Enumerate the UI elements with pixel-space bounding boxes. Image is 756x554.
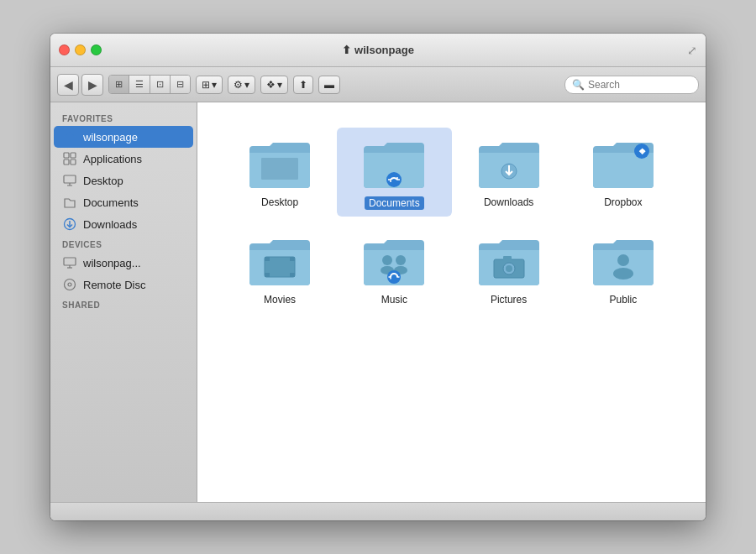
icon-grid: Desktop D [206, 119, 697, 321]
sidebar-item-desktop[interactable]: Desktop [54, 170, 193, 191]
sidebar-label-wilsonpage: wilsonpage [83, 131, 138, 144]
folder-documents[interactable]: Documents [337, 128, 451, 217]
folder-label-public: Public [610, 294, 638, 306]
svg-rect-33 [503, 256, 512, 261]
info-button[interactable]: ▬ [318, 76, 340, 94]
title-icon: ⬆ [342, 44, 351, 56]
folder-label-desktop: Desktop [261, 196, 298, 208]
downloads-folder-icon-wrap [475, 134, 543, 191]
documents-folder-icon [62, 195, 77, 210]
folder-label-downloads: Downloads [484, 196, 533, 208]
svg-rect-2 [64, 159, 69, 165]
view-column-btn[interactable]: ⊡ [150, 76, 171, 93]
dropbox-chevron: ▾ [277, 79, 282, 91]
action-chevron: ▾ [244, 79, 249, 91]
device-icon [62, 255, 77, 270]
applications-icon [62, 151, 77, 166]
sidebar-label-downloads: Downloads [83, 218, 137, 231]
arrange-chevron: ▾ [212, 79, 217, 91]
documents-folder-icon-wrap [360, 134, 428, 191]
arrange-button[interactable]: ⊞ ▾ [196, 76, 223, 94]
downloads-icon [62, 217, 77, 232]
window-controls [59, 44, 102, 55]
svg-text:❖: ❖ [638, 147, 645, 156]
arrange-icon: ⊞ [202, 79, 210, 91]
svg-rect-3 [71, 159, 76, 165]
folder-label-documents: Documents [365, 196, 424, 210]
sidebar-item-device[interactable]: wilsonpag... [54, 252, 193, 274]
close-button[interactable] [59, 44, 70, 55]
movies-folder-icon-wrap [246, 232, 313, 289]
svg-rect-9 [64, 258, 76, 265]
folder-public[interactable]: Public [566, 225, 680, 312]
content-area: Desktop D [197, 102, 706, 502]
folder-music[interactable]: Music [337, 225, 451, 312]
sidebar-item-remote-disc[interactable]: Remote Disc [54, 274, 193, 295]
forward-button[interactable]: ▶ [81, 74, 103, 96]
devices-label: DEVICES [50, 235, 197, 252]
svg-point-12 [65, 280, 76, 290]
svg-point-13 [68, 283, 71, 286]
titlebar: ⬆ wilsonpage ⤢ [50, 34, 706, 67]
folder-label-pictures: Pictures [491, 294, 527, 306]
pictures-folder-icon-wrap [475, 232, 543, 289]
statusbar [50, 502, 706, 520]
svg-rect-21 [265, 257, 270, 261]
svg-rect-22 [290, 257, 295, 261]
view-buttons: ⊞ ☰ ⊡ ⊟ [108, 75, 191, 94]
finder-window: ⬆ wilsonpage ⤢ ◀ ▶ ⊞ ☰ ⊡ ⊟ ⊞ ▾ ⚙ ▾ ❖ ▾ [50, 34, 706, 520]
sidebar-label-applications: Applications [83, 153, 142, 165]
folder-downloads[interactable]: Downloads [452, 128, 566, 217]
search-box[interactable]: 🔍 [564, 76, 699, 94]
svg-point-35 [613, 268, 633, 280]
svg-rect-14 [261, 158, 298, 180]
dropbox-icon: ❖ [266, 79, 276, 91]
desktop-folder-icon [246, 134, 313, 191]
sidebar-label-remote-disc: Remote Disc [83, 279, 145, 291]
svg-point-25 [382, 255, 392, 265]
share-button[interactable]: ⬆ [293, 76, 313, 94]
view-list-btn[interactable]: ☰ [129, 76, 150, 93]
desktop-icon [62, 173, 77, 188]
action-button[interactable]: ⚙ ▾ [228, 76, 255, 94]
view-cover-btn[interactable]: ⊟ [171, 76, 190, 93]
svg-rect-4 [64, 175, 76, 183]
folder-label-music: Music [381, 294, 407, 306]
dropbox-folder-icon-wrap: ❖ [590, 134, 657, 191]
dropbox-button[interactable]: ❖ ▾ [260, 76, 288, 94]
disc-icon [62, 277, 77, 292]
sidebar-item-wilsonpage[interactable]: wilsonpage [54, 126, 193, 148]
minimize-button[interactable] [75, 44, 86, 55]
back-button[interactable]: ◀ [57, 74, 79, 96]
svg-rect-0 [64, 153, 69, 158]
search-input[interactable] [588, 79, 691, 91]
main-area: FAVORITES wilsonpage [50, 102, 706, 502]
music-folder-icon-wrap [360, 232, 428, 289]
shared-label: SHARED [50, 295, 197, 312]
sidebar-label-documents: Documents [83, 196, 139, 209]
folder-movies[interactable]: Movies [223, 225, 337, 312]
sidebar-item-downloads[interactable]: Downloads [54, 213, 193, 235]
folder-label-dropbox: Dropbox [604, 196, 642, 208]
folder-dropbox[interactable]: ❖ Dropbox [566, 128, 680, 217]
svg-point-34 [617, 254, 629, 266]
resize-icon: ⤢ [687, 44, 697, 57]
svg-point-27 [396, 255, 406, 265]
window-title: ⬆ wilsonpage [342, 44, 414, 56]
info-icon: ▬ [324, 79, 334, 91]
favorites-label: FAVORITES [50, 109, 197, 126]
folder-pictures[interactable]: Pictures [452, 225, 566, 312]
search-icon: 🔍 [572, 79, 585, 91]
folder-desktop[interactable]: Desktop [223, 128, 337, 217]
maximize-button[interactable] [91, 44, 102, 55]
toolbar: ◀ ▶ ⊞ ☰ ⊡ ⊟ ⊞ ▾ ⚙ ▾ ❖ ▾ ⬆ ▬ 🔍 [50, 67, 706, 102]
svg-rect-1 [71, 153, 76, 158]
svg-point-32 [506, 265, 512, 272]
view-icon-btn[interactable]: ⊞ [109, 76, 129, 93]
public-folder-icon-wrap [590, 232, 657, 289]
nav-group: ◀ ▶ [57, 74, 103, 96]
sidebar: FAVORITES wilsonpage [50, 102, 197, 502]
sidebar-item-documents[interactable]: Documents [54, 191, 193, 213]
sidebar-label-device: wilsonpag... [83, 257, 141, 269]
sidebar-item-applications[interactable]: Applications [54, 148, 193, 170]
